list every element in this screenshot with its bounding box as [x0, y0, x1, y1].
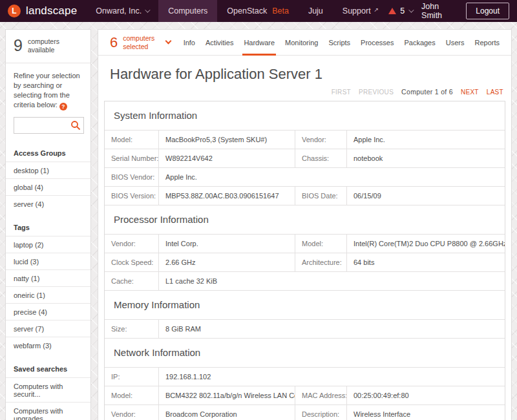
logout-button[interactable]: Logout [466, 3, 509, 19]
tab-scripts[interactable]: Scripts [323, 30, 355, 55]
row-value: BCM4322 802.11a/b/g/n Wireless LAN Contr… [159, 386, 295, 404]
row-label: Vendor: [295, 131, 347, 149]
selected-label-line1: computers [123, 34, 154, 42]
sidebar-item-natty[interactable]: natty (1) [6, 269, 90, 286]
row-label: IP: [105, 368, 159, 386]
tab-bar: Info Activities Hardware Monitoring Scri… [178, 30, 505, 55]
sidebar-item-lucid[interactable]: lucid (3) [6, 253, 90, 269]
table-row: Model: BCM4322 802.11a/b/g/n Wireless LA… [105, 386, 505, 405]
topbar-right: 5 John Smith Logout [388, 0, 517, 22]
tab-info[interactable]: Info [178, 30, 200, 55]
search-box [14, 117, 84, 134]
tab-packages[interactable]: Packages [399, 30, 440, 55]
computers-selected-dropdown[interactable]: 6 computers selected [105, 30, 171, 55]
page-content: 9 computers available Refine your select… [0, 22, 517, 420]
tab-monitoring[interactable]: Monitoring [280, 30, 323, 55]
alert-triangle-icon [388, 8, 396, 14]
landscape-logo-text: landscape [26, 5, 77, 17]
row-value: Apple Inc. [347, 131, 505, 149]
sidebar-item-precise[interactable]: precise (4) [6, 303, 90, 320]
table-row: BIOS Vendor: Apple Inc. [105, 168, 505, 187]
pagination-last[interactable]: LAST [487, 89, 503, 96]
row-label: Cache: [105, 272, 159, 290]
section-saved-searches: Saved searches Computers with securit...… [6, 357, 90, 420]
tab-hardware[interactable]: Hardware [238, 30, 280, 55]
tags-title: Tags [6, 218, 90, 236]
table-row: Size: 8 GiB RAM [105, 320, 505, 339]
table-row: Serial Number: W892214V642 Chassis: note… [105, 149, 505, 168]
nav-computers[interactable]: Computers [158, 0, 217, 22]
available-count-label: computers available [28, 37, 84, 54]
help-icon[interactable]: ? [59, 103, 67, 110]
user-name[interactable]: John Smith [421, 2, 457, 20]
sidebar-item-server-tag[interactable]: server (7) [6, 320, 90, 337]
table-row: Vendor: Broadcom Corporation Description… [105, 405, 505, 420]
row-label: Size: [105, 320, 159, 338]
sidebar-item-webfarm[interactable]: webfarm (3) [6, 337, 90, 353]
row-value: Broadcom Corporation [159, 405, 295, 420]
nav-support-label: Support [343, 6, 371, 16]
alerts-dropdown[interactable]: 5 [388, 6, 412, 16]
sidebar-item-global[interactable]: global (4) [6, 178, 90, 195]
refine-help-text: Refine your selection by searching or se… [6, 63, 90, 116]
row-label: Model: [295, 235, 347, 253]
saved-searches-title: Saved searches [6, 360, 90, 377]
access-groups-title: Access Groups [6, 144, 90, 162]
search-icon[interactable] [70, 120, 81, 131]
row-value: Apple Inc. [159, 168, 505, 186]
nav-account-label: Onward, Inc. [96, 6, 142, 16]
row-value: Wireless Interface [347, 405, 505, 420]
row-value: MacBookPro5,3 (System SKU#) [159, 131, 295, 149]
row-value: notebook [347, 149, 505, 167]
nav-juju-label: Juju [308, 6, 323, 16]
nav-computers-label: Computers [168, 6, 207, 16]
pagination-current: Computer 1 of 6 [401, 88, 453, 96]
row-label: Chassis: [295, 149, 347, 167]
row-value: 8 GiB RAM [159, 320, 505, 338]
section-tags: Tags laptop (2) lucid (3) natty (1) onei… [6, 216, 90, 357]
row-label: Model: [105, 386, 159, 404]
sidebar-item-security-search[interactable]: Computers with securit... [6, 377, 90, 402]
selected-count-label: computers selected [123, 34, 154, 50]
sidebar-item-laptop[interactable]: laptop (2) [6, 236, 90, 253]
row-value: 00:25:00:49:ef:80 [347, 386, 505, 404]
landscape-logo[interactable]: L landscape [0, 0, 86, 22]
landscape-logo-icon: L [8, 5, 21, 17]
section-title-system: System Information [105, 101, 505, 131]
row-label: Serial Number: [105, 149, 159, 167]
row-label: BIOS Version: [105, 187, 159, 205]
table-row: Model: MacBookPro5,3 (System SKU#) Vendo… [105, 131, 505, 149]
row-label: Model: [105, 131, 159, 149]
tab-activities[interactable]: Activities [200, 30, 238, 55]
nav-support[interactable]: Support ↗︎ [333, 0, 388, 22]
row-label: MAC Address: [295, 386, 347, 404]
nav-openstack[interactable]: OpenStack Beta [217, 0, 299, 22]
table-row: Clock Speed: 2.66 GHz Architecture: 64 b… [105, 253, 505, 272]
row-value: Intel Corp. [159, 235, 295, 253]
row-value: W892214V642 [159, 149, 295, 167]
page-title: Hardware for Application Server 1 [98, 56, 511, 85]
nav-juju[interactable]: Juju [299, 0, 333, 22]
row-label: Clock Speed: [105, 253, 159, 271]
top-nav: Onward, Inc. Computers OpenStack Beta Ju… [86, 0, 388, 22]
row-label: Architecture: [295, 253, 347, 271]
pagination-next[interactable]: NEXT [461, 89, 479, 96]
tab-users[interactable]: Users [441, 30, 470, 55]
selected-count-number: 6 [110, 34, 118, 51]
sidebar-item-desktop[interactable]: desktop (1) [6, 162, 90, 178]
beta-badge: Beta [272, 6, 289, 16]
nav-account-menu[interactable]: Onward, Inc. [86, 0, 158, 22]
sidebar-item-oneiric[interactable]: oneiric (1) [6, 286, 90, 303]
section-title-network: Network Information [105, 339, 505, 368]
sidebar-item-server-group[interactable]: server (4) [6, 195, 90, 212]
pagination-first[interactable]: FIRST [332, 89, 351, 96]
sidebar-item-upgrades-search[interactable]: Computers with upgrades [6, 402, 90, 420]
tab-reports[interactable]: Reports [469, 30, 505, 55]
hardware-card: System Information Model: MacBookPro5,3 … [104, 101, 505, 420]
sidebar: 9 computers available Refine your select… [5, 29, 91, 420]
pagination-previous[interactable]: PREVIOUS [359, 89, 394, 96]
row-value: Intel(R) Core(TM)2 Duo CPU P8800 @ 2.66G… [347, 235, 505, 253]
tab-processes[interactable]: Processes [355, 30, 399, 55]
main-panel: 6 computers selected Info Activities Har… [98, 29, 512, 420]
computers-available-count: 9 computers available [6, 30, 90, 63]
